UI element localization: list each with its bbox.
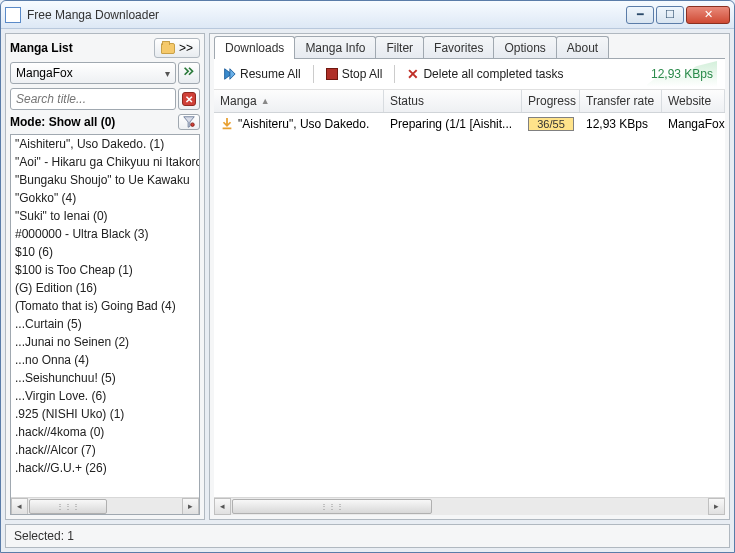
tab-manga-info[interactable]: Manga Info <box>294 36 376 59</box>
svg-rect-1 <box>223 128 232 130</box>
downloads-panel: Resume All Stop All ✕ Delete all complet… <box>214 58 725 514</box>
row-status: Preparing (1/1 [Aishit... <box>384 115 522 133</box>
col-website[interactable]: Website <box>662 90 725 112</box>
stop-icon <box>326 68 338 80</box>
clear-search-button[interactable]: ✕ <box>178 88 200 110</box>
scroll-left-arrow[interactable]: ◂ <box>11 498 28 515</box>
list-item[interactable]: "Bungaku Shoujo" to Ue Kawaku <box>11 171 199 189</box>
funnel-icon <box>182 115 196 129</box>
list-item[interactable]: "Suki" to Ienai (0) <box>11 207 199 225</box>
titlebar[interactable]: Free Manga Downloader ━ ☐ ✕ <box>1 1 734 29</box>
refresh-source-button[interactable] <box>178 62 200 84</box>
downloads-toolbar: Resume All Stop All ✕ Delete all complet… <box>214 59 725 90</box>
search-input[interactable] <box>10 88 176 110</box>
list-item[interactable]: $100 is Too Cheap (1) <box>11 261 199 279</box>
app-icon <box>5 7 21 23</box>
scroll-right-arrow[interactable]: ▸ <box>182 498 199 515</box>
tab-downloads[interactable]: Downloads <box>214 36 295 59</box>
list-item[interactable]: .925 (NISHI Uko) (1) <box>11 405 199 423</box>
tab-favorites[interactable]: Favorites <box>423 36 494 59</box>
folder-button[interactable]: >> <box>154 38 200 58</box>
list-item[interactable]: (Tomato that is) Going Bad (4) <box>11 297 199 315</box>
sidebar-heading: Manga List <box>10 41 150 55</box>
stop-all-button[interactable]: Stop All <box>326 67 383 81</box>
transfer-speed: 12,93 KBps <box>651 67 717 81</box>
app-window: Free Manga Downloader ━ ☐ ✕ Manga List >… <box>0 0 735 553</box>
status-bar: Selected: 1 <box>5 524 730 548</box>
grid-body[interactable]: "Aishiteru", Uso Dakedo. Preparing (1/1 … <box>214 113 725 497</box>
tab-strip: Downloads Manga Info Filter Favorites Op… <box>210 34 729 59</box>
tab-options[interactable]: Options <box>493 36 556 59</box>
folder-more-label: >> <box>179 41 193 55</box>
download-row[interactable]: "Aishiteru", Uso Dakedo. Preparing (1/1 … <box>214 113 725 135</box>
clear-icon: ✕ <box>182 92 196 106</box>
list-item[interactable]: .hack//4koma (0) <box>11 423 199 441</box>
grid-header[interactable]: Manga▲ Status Progress Transfer rate Web… <box>214 90 725 113</box>
double-arrow-icon <box>182 66 196 80</box>
resume-icon <box>222 67 236 81</box>
scroll-right-arrow[interactable]: ▸ <box>708 498 725 515</box>
toolbar-separator <box>394 65 395 83</box>
resume-all-button[interactable]: Resume All <box>222 67 301 81</box>
list-item[interactable]: (G) Edition (16) <box>11 279 199 297</box>
delete-icon: ✕ <box>407 66 419 82</box>
row-progress: 36/55 <box>528 117 574 131</box>
col-progress[interactable]: Progress <box>522 90 580 112</box>
svg-point-0 <box>191 123 195 127</box>
toolbar-separator <box>313 65 314 83</box>
scroll-left-arrow[interactable]: ◂ <box>214 498 231 515</box>
folder-icon <box>161 43 175 54</box>
list-item[interactable]: "Gokko" (4) <box>11 189 199 207</box>
row-website: MangaFox <box>662 115 725 133</box>
col-manga[interactable]: Manga▲ <box>214 90 384 112</box>
list-item[interactable]: ...Seishunchuu! (5) <box>11 369 199 387</box>
list-item[interactable]: ...Curtain (5) <box>11 315 199 333</box>
list-item[interactable]: $10 (6) <box>11 243 199 261</box>
mode-label: Mode: Show all (0) <box>10 115 174 129</box>
tab-about[interactable]: About <box>556 36 609 59</box>
col-transfer-rate[interactable]: Transfer rate <box>580 90 662 112</box>
list-item[interactable]: ...Virgin Love. (6) <box>11 387 199 405</box>
maximize-button[interactable]: ☐ <box>656 6 684 24</box>
list-item[interactable]: .hack//G.U.+ (26) <box>11 459 199 477</box>
chevron-down-icon: ▾ <box>165 68 170 79</box>
minimize-button[interactable]: ━ <box>626 6 654 24</box>
list-item[interactable]: "Aoi" - Hikaru ga Chikyuu ni Itakoro <box>11 153 199 171</box>
sidebar: Manga List >> MangaFox ▾ <box>5 33 205 520</box>
list-item[interactable]: ...no Onna (4) <box>11 351 199 369</box>
downloads-grid: Manga▲ Status Progress Transfer rate Web… <box>214 90 725 514</box>
list-item[interactable]: "Aishiteru", Uso Dakedo. (1) <box>11 135 199 153</box>
client-area: Manga List >> MangaFox ▾ <box>1 29 734 552</box>
content-panel: Downloads Manga Info Filter Favorites Op… <box>209 33 730 520</box>
list-item[interactable]: #000000 - Ultra Black (3) <box>11 225 199 243</box>
list-item[interactable]: ...Junai no Seinen (2) <box>11 333 199 351</box>
window-title: Free Manga Downloader <box>27 8 626 22</box>
filter-mode-button[interactable] <box>178 114 200 130</box>
grid-hscroll[interactable]: ◂ ⋮⋮⋮ ▸ <box>214 497 725 514</box>
row-manga: "Aishiteru", Uso Dakedo. <box>238 117 369 131</box>
window-controls: ━ ☐ ✕ <box>626 6 730 24</box>
source-select[interactable]: MangaFox ▾ <box>10 62 176 84</box>
list-item[interactable]: .hack//Alcor (7) <box>11 441 199 459</box>
sidebar-hscroll[interactable]: ◂ ⋮⋮⋮ ▸ <box>11 497 199 514</box>
row-rate: 12,93 KBps <box>580 115 662 133</box>
delete-completed-button[interactable]: ✕ Delete all completed tasks <box>407 66 563 82</box>
close-button[interactable]: ✕ <box>686 6 730 24</box>
download-icon <box>220 117 234 131</box>
col-status[interactable]: Status <box>384 90 522 112</box>
sort-asc-icon: ▲ <box>261 96 270 106</box>
tab-filter[interactable]: Filter <box>375 36 424 59</box>
manga-list[interactable]: "Aishiteru", Uso Dakedo. (1)"Aoi" - Hika… <box>10 134 200 515</box>
source-value: MangaFox <box>16 66 73 80</box>
